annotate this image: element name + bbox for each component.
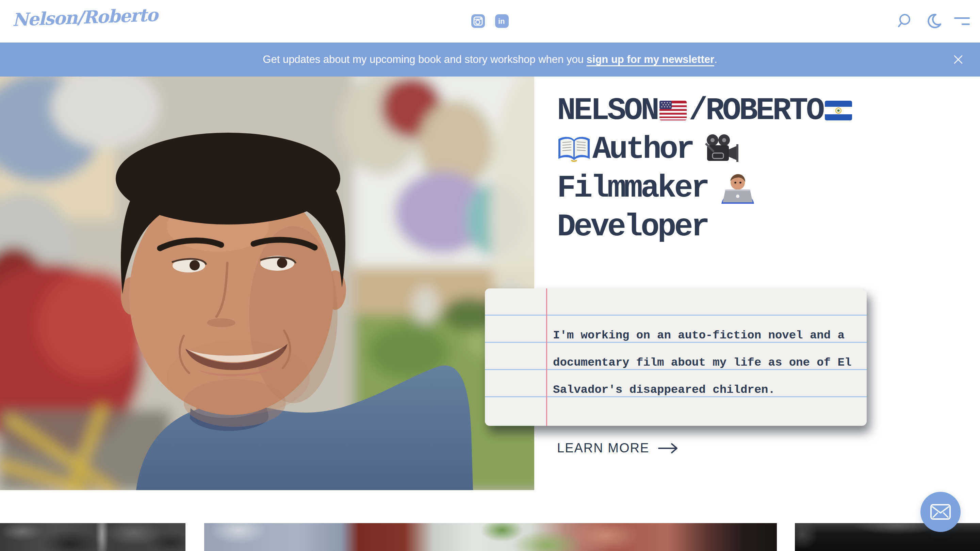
moon-icon bbox=[926, 13, 942, 29]
hero-photo bbox=[0, 76, 534, 490]
linkedin-link[interactable]: in bbox=[495, 14, 509, 28]
el-salvador-flag-icon bbox=[825, 101, 852, 121]
technologist-icon bbox=[721, 172, 755, 204]
hero-title-line-1: NELSON /ROBERTO bbox=[557, 91, 854, 130]
banner-text-before: Get updates about my upcoming book and s… bbox=[263, 53, 586, 65]
close-icon bbox=[951, 53, 965, 66]
contact-fab[interactable] bbox=[920, 492, 961, 532]
note-line-2: documentary film about my life as one of… bbox=[553, 349, 851, 376]
us-flag-icon bbox=[659, 101, 687, 121]
top-nav: Nelson/Roberto in bbox=[0, 0, 980, 43]
site-logo[interactable]: Nelson/Roberto bbox=[12, 5, 158, 30]
social-links: in bbox=[471, 14, 509, 28]
instagram-link[interactable] bbox=[471, 14, 485, 28]
learn-more-label: LEARN MORE bbox=[557, 441, 649, 456]
search-icon bbox=[898, 13, 914, 29]
menu-button[interactable] bbox=[953, 16, 970, 27]
hero-role-developer: Developer bbox=[557, 209, 708, 245]
hero-role-author: Author bbox=[592, 132, 693, 167]
hero-name-roberto: /ROBERTO bbox=[689, 93, 823, 129]
movie-camera-icon bbox=[702, 134, 742, 165]
hero-title: NELSON /ROBERTO bbox=[557, 91, 854, 246]
newsletter-signup-link[interactable]: sign up for my newsletter bbox=[587, 53, 714, 65]
learn-more-link[interactable]: LEARN MORE bbox=[557, 441, 680, 456]
hero-role-filmmaker: Filmmaker bbox=[557, 170, 708, 206]
note-line-3: Salvador's disappeared children. bbox=[553, 376, 851, 403]
svg-text:in: in bbox=[498, 17, 505, 25]
hero-photo-illustration bbox=[0, 76, 534, 490]
search-button[interactable] bbox=[898, 13, 914, 29]
hero-title-line-4: Developer bbox=[557, 208, 854, 246]
banner-text-after: . bbox=[714, 53, 717, 65]
hero-title-line-2: Author bbox=[557, 130, 854, 169]
arrow-right-icon bbox=[657, 441, 680, 455]
newsletter-banner: Get updates about my upcoming book and s… bbox=[0, 43, 980, 76]
dark-mode-toggle[interactable] bbox=[926, 13, 942, 29]
open-book-icon bbox=[557, 135, 591, 164]
gallery-image-archival[interactable] bbox=[0, 523, 185, 551]
linkedin-icon: in bbox=[495, 14, 509, 28]
note-card-margin-line bbox=[546, 288, 547, 426]
note-card-text: I'm working on an auto-fiction novel and… bbox=[553, 322, 851, 403]
gallery-image-film-still[interactable] bbox=[204, 523, 777, 551]
envelope-icon bbox=[930, 504, 951, 520]
hero-title-line-3: Filmmaker bbox=[557, 169, 854, 208]
banner-message: Get updates about my upcoming book and s… bbox=[263, 53, 717, 66]
intro-note-card: I'm working on an auto-fiction novel and… bbox=[485, 288, 867, 426]
note-line-1: I'm working on an auto-fiction novel and… bbox=[553, 322, 851, 349]
menu-icon bbox=[953, 16, 970, 27]
banner-close-button[interactable] bbox=[951, 53, 965, 66]
nav-actions bbox=[898, 13, 970, 29]
instagram-icon bbox=[471, 14, 485, 28]
hero-name-nelson: NELSON bbox=[557, 93, 657, 129]
